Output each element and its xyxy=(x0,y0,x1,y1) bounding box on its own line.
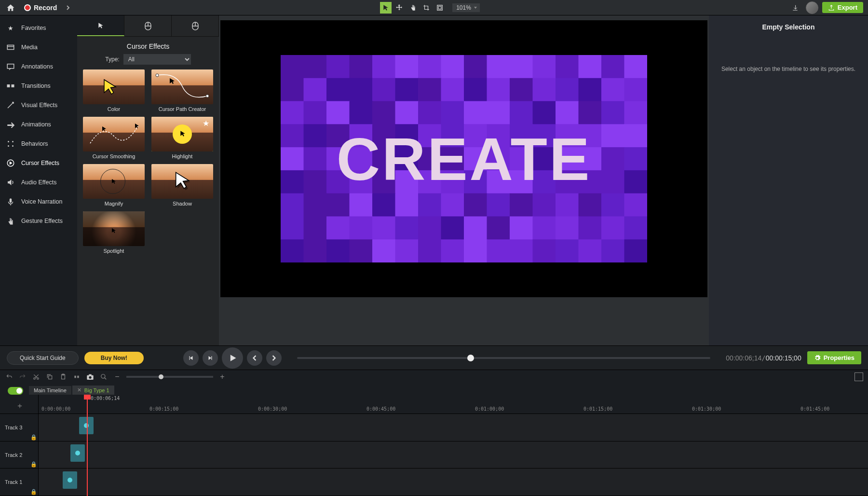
favorite-star-icon[interactable]: ★ xyxy=(203,119,211,127)
zoom-level-dropdown[interactable]: 101% xyxy=(452,3,480,12)
canvas-tool[interactable] xyxy=(434,2,446,14)
svg-point-24 xyxy=(89,376,91,378)
preview-title-text: CREATE xyxy=(281,55,647,262)
cut-button[interactable] xyxy=(32,372,41,381)
timeline-tab-main[interactable]: Main Timeline xyxy=(29,386,71,395)
zoom-fit-button[interactable] xyxy=(99,372,108,381)
playhead[interactable]: 0:00:06;14 xyxy=(87,395,88,496)
wand-icon xyxy=(6,100,15,110)
record-button[interactable]: Record xyxy=(20,3,61,13)
sidebar-item-media[interactable]: Media xyxy=(0,38,77,57)
effect-cursor-path-creator[interactable]: Cursor Path Creator xyxy=(150,69,214,112)
hand-tool[interactable] xyxy=(407,2,419,14)
svg-rect-25 xyxy=(89,374,91,375)
magnetic-toggle[interactable] xyxy=(8,387,23,395)
preview-canvas[interactable]: CREATE xyxy=(219,15,709,345)
svg-rect-22 xyxy=(77,375,79,378)
svg-rect-5 xyxy=(12,84,14,87)
sidebar-item-voice-narration[interactable]: Voice Narration xyxy=(0,192,77,211)
buy-now-button[interactable]: Buy Now! xyxy=(84,352,144,364)
prev-marker-button[interactable] xyxy=(247,350,262,366)
timeline-ruler[interactable]: 0:00:00;00 0:00:15;00 0:00:30;00 0:00:45… xyxy=(39,395,868,414)
paste-button[interactable] xyxy=(59,372,68,381)
timeline-body[interactable]: 0:00:00;00 0:00:15;00 0:00:30;00 0:00:45… xyxy=(39,395,868,496)
effect-spotlight[interactable]: Spotlight xyxy=(82,211,146,254)
close-icon[interactable]: ✕ xyxy=(77,387,81,393)
sidebar-item-cursor-effects[interactable]: Cursor Effects xyxy=(0,153,77,173)
prev-frame-button[interactable] xyxy=(183,350,199,366)
tap-icon xyxy=(6,216,15,226)
track-label-3[interactable]: Track 3🔒 xyxy=(0,414,38,441)
media-icon xyxy=(6,42,15,52)
lock-icon[interactable]: 🔒 xyxy=(30,461,35,466)
next-frame-button[interactable] xyxy=(203,350,218,366)
download-icon[interactable] xyxy=(788,1,802,14)
svg-rect-0 xyxy=(437,5,443,10)
timeline-tab-sub[interactable]: ✕Big Type 1 xyxy=(72,386,114,395)
clip[interactable] xyxy=(63,471,77,489)
svg-point-8 xyxy=(8,145,9,147)
copy-button[interactable] xyxy=(45,372,54,381)
detach-timeline-button[interactable] xyxy=(854,372,863,381)
type-select[interactable]: All xyxy=(123,54,191,65)
clip[interactable] xyxy=(79,417,94,434)
zoom-slider-handle[interactable] xyxy=(159,374,163,379)
panel-tab-cursor[interactable] xyxy=(77,15,124,36)
sidebar-item-gesture-effects[interactable]: Gesture Effects xyxy=(0,211,77,231)
effect-cursor-smoothing[interactable]: Cursor Smoothing xyxy=(82,117,146,159)
sidebar-item-animations[interactable]: Animations xyxy=(0,115,77,134)
record-menu-chevron[interactable] xyxy=(65,4,71,11)
star-icon: ★ xyxy=(6,23,15,33)
play-button[interactable] xyxy=(222,347,243,369)
lock-icon[interactable]: 🔒 xyxy=(30,434,35,439)
sidebar-item-favorites[interactable]: ★Favorites xyxy=(0,18,77,38)
redo-button[interactable] xyxy=(18,372,27,381)
effect-color[interactable]: Color xyxy=(82,69,146,112)
svg-rect-4 xyxy=(7,84,10,87)
sidebar-item-visual-effects[interactable]: Visual Effects xyxy=(0,96,77,115)
inspector-hint: Select an object on the timeline to see … xyxy=(721,65,855,73)
svg-rect-11 xyxy=(10,198,12,203)
timeline-zoom-slider[interactable] xyxy=(126,376,213,378)
sidebar-item-behaviors[interactable]: Behaviors xyxy=(0,134,77,153)
track-label-1[interactable]: Track 1🔒 xyxy=(0,468,38,496)
scrub-bar[interactable] xyxy=(297,357,710,359)
effect-shadow[interactable]: Shadow xyxy=(150,164,214,207)
scrub-handle[interactable] xyxy=(467,355,474,361)
track-row-2[interactable] xyxy=(39,441,868,469)
properties-button[interactable]: Properties xyxy=(807,351,861,364)
track-row-1[interactable] xyxy=(39,468,868,496)
effect-magnify[interactable]: Magnify xyxy=(82,164,146,207)
home-button[interactable] xyxy=(5,2,16,14)
crop-tool[interactable] xyxy=(420,2,432,14)
sidebar-item-annotations[interactable]: Annotations xyxy=(0,57,77,76)
timecode-display: 00:00:06;14/00:00:15;00 xyxy=(726,354,801,362)
transition-icon xyxy=(6,81,15,91)
sidebar-item-audio-effects[interactable]: Audio Effects xyxy=(0,173,77,192)
next-marker-button[interactable] xyxy=(266,350,282,366)
track-label-2[interactable]: Track 2🔒 xyxy=(0,441,38,469)
lock-icon[interactable]: 🔒 xyxy=(30,489,35,494)
sidebar-item-transitions[interactable]: Transitions xyxy=(0,76,77,96)
clip[interactable] xyxy=(70,444,85,462)
panel-tab-left-click[interactable] xyxy=(124,15,172,36)
svg-point-26 xyxy=(101,374,105,378)
select-tool[interactable] xyxy=(380,2,392,14)
quick-start-button[interactable]: Quick Start Guide xyxy=(7,351,79,365)
panel-tab-right-click[interactable] xyxy=(172,15,219,36)
move-tool[interactable] xyxy=(393,2,405,14)
undo-button[interactable] xyxy=(5,372,14,381)
split-button[interactable] xyxy=(72,372,81,381)
snapshot-button[interactable] xyxy=(86,372,95,381)
export-icon xyxy=(828,4,835,11)
svg-point-15 xyxy=(206,95,209,97)
zoom-in-button[interactable]: + xyxy=(218,372,227,381)
zoom-out-button[interactable]: − xyxy=(113,372,122,381)
user-avatar[interactable] xyxy=(806,1,818,14)
track-row-3[interactable] xyxy=(39,414,868,441)
add-track-button[interactable]: ＋ xyxy=(16,401,23,408)
annotation-icon xyxy=(6,62,15,71)
svg-point-7 xyxy=(12,141,14,142)
effect-highlight[interactable]: ★ Highlight xyxy=(150,117,214,159)
export-button[interactable]: Export xyxy=(822,2,863,13)
